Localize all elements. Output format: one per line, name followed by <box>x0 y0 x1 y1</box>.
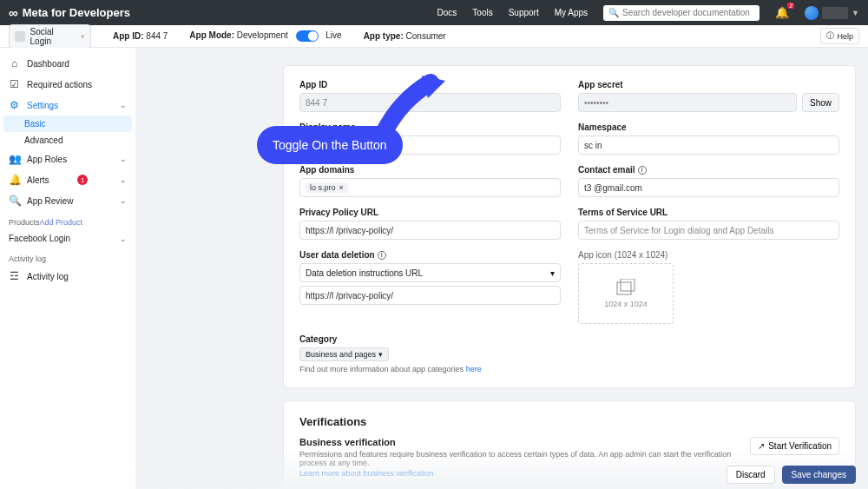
bell-icon: 🔔 <box>9 174 20 186</box>
nav-docs[interactable]: Docs <box>437 8 457 17</box>
help-icon: ⓘ <box>826 30 834 42</box>
chevron-down-icon: ⌄ <box>120 155 127 163</box>
namespace-label: Namespace <box>578 122 839 132</box>
gear-icon: ⚙ <box>9 99 20 111</box>
udd-label: User data deletioni <box>299 250 561 260</box>
search-icon: 🔍 <box>608 8 619 17</box>
search-icon: 🔍 <box>9 195 20 207</box>
svg-rect-1 <box>617 282 631 294</box>
udd-select[interactable]: Data deletion instructions URL▾ <box>299 263 561 282</box>
top-bar: ∞Meta for Developers Docs Tools Support … <box>0 0 868 25</box>
chevron-down-icon: ▾ <box>378 350 383 359</box>
privacy-label: Privacy Policy URL <box>299 208 561 217</box>
nav-support[interactable]: Support <box>509 8 539 17</box>
domains-field[interactable]: lo s.pro× <box>299 178 561 197</box>
search-input[interactable] <box>622 8 753 17</box>
close-icon[interactable]: × <box>339 183 344 192</box>
sidebar-item-activity[interactable]: ☲Activity log <box>0 266 135 287</box>
app-icon <box>15 31 25 42</box>
search-box[interactable]: 🔍 <box>603 5 760 21</box>
contact-field[interactable]: t3 @gmail.com <box>578 178 839 197</box>
domain-tag[interactable]: lo s.pro× <box>306 182 348 193</box>
nav-tools[interactable]: Tools <box>472 8 492 17</box>
start-verification-button[interactable]: ↗Start Verification <box>750 437 839 455</box>
verif-title: Verifications <box>299 415 839 428</box>
verif-link[interactable]: Learn more about business verification <box>299 469 434 478</box>
sidebar-item-review[interactable]: 🔍App Review⌄ <box>0 190 135 211</box>
app-bar: Social Login ▾ App ID: 844 7 App Mode: D… <box>0 25 868 48</box>
sidebar-item-fblogin[interactable]: Facebook Login⌄ <box>0 229 135 248</box>
check-icon: ☑ <box>9 78 20 90</box>
alert-badge: 1 <box>77 175 88 185</box>
icon-upload[interactable]: 1024 x 1024 <box>578 263 674 324</box>
chevron-down-icon: ▼ <box>852 9 859 17</box>
app-selector[interactable]: Social Login ▾ <box>9 24 91 49</box>
users-icon: 👥 <box>9 153 20 165</box>
category-label: Category <box>299 334 839 344</box>
info-icon[interactable]: i <box>378 251 386 260</box>
main-content: Toggle On the Button App ID 844 7 App se… <box>135 48 868 489</box>
list-icon: ☲ <box>9 270 20 282</box>
sidebar-item-alerts[interactable]: 🔔Alerts1⌄ <box>0 169 135 190</box>
brand[interactable]: ∞Meta for Developers <box>9 6 130 19</box>
image-icon <box>615 279 636 296</box>
namespace-field[interactable]: sc in <box>578 135 839 155</box>
account-menu[interactable]: ▼ <box>805 6 859 20</box>
sidebar: ⌂Dashboard ☑Required actions ⚙Settings⌄ … <box>0 48 135 489</box>
meta-icon: ∞ <box>9 6 18 19</box>
products-header: ProductsAdd Product <box>0 211 135 229</box>
sidebar-item-settings[interactable]: ⚙Settings⌄ <box>0 95 135 116</box>
privacy-field[interactable]: https://l /privacy-policy/ <box>299 221 561 240</box>
chevron-down-icon: ⌄ <box>120 235 127 243</box>
chevron-down-icon: ▾ <box>81 32 85 41</box>
mode-toggle[interactable] <box>296 30 319 42</box>
add-product-link[interactable]: Add Product <box>40 218 83 227</box>
category-help-link[interactable]: here <box>466 365 482 373</box>
account-box <box>822 7 848 19</box>
udd-url-field[interactable]: https://l /privacy-policy/ <box>299 286 561 305</box>
category-note: Find out more information about app cate… <box>299 365 839 373</box>
avatar <box>805 6 819 20</box>
app-secret-field: •••••••• <box>578 93 797 112</box>
sidebar-item-roles[interactable]: 👥App Roles⌄ <box>0 149 135 169</box>
chevron-down-icon: ⌄ <box>120 175 127 184</box>
sidebar-item-required[interactable]: ☑Required actions <box>0 74 135 95</box>
chevron-down-icon: ⌄ <box>120 101 127 109</box>
chevron-down-icon: ▾ <box>550 268 555 278</box>
contact-label: Contact emaili <box>578 165 839 175</box>
settings-card: App ID 844 7 App secret •••••••• Show Di… <box>283 65 856 388</box>
tos-label: Terms of Service URL <box>578 208 839 217</box>
nav-myapps[interactable]: My Apps <box>555 8 588 17</box>
launch-icon: ↗ <box>758 441 765 451</box>
sidebar-item-dashboard[interactable]: ⌂Dashboard <box>0 53 135 74</box>
icon-label: App icon (1024 x 1024) <box>578 250 839 260</box>
discard-button[interactable]: Discard <box>727 466 775 484</box>
callout-bubble: Toggle On the Button <box>257 126 403 164</box>
home-icon: ⌂ <box>9 57 20 69</box>
sidebar-sub-basic[interactable]: Basic <box>3 116 132 132</box>
chevron-down-icon: ⌄ <box>120 196 127 205</box>
save-button[interactable]: Save changes <box>782 466 856 484</box>
footer-actions: Discard Save changes <box>727 460 856 489</box>
app-secret-label: App secret <box>578 80 839 89</box>
notif-badge: 2 <box>787 3 794 9</box>
sidebar-sub-advanced[interactable]: Advanced <box>0 132 135 149</box>
show-secret-button[interactable]: Show <box>802 93 839 112</box>
domains-label: App domains <box>299 165 561 175</box>
tos-field[interactable]: Terms of Service for Login dialog and Ap… <box>578 221 839 240</box>
category-select[interactable]: Business and pages▾ <box>299 347 389 361</box>
svg-rect-2 <box>621 279 635 291</box>
info-icon[interactable]: i <box>638 166 647 175</box>
notifications-icon[interactable]: 🔔2 <box>775 6 789 19</box>
activity-header: Activity log <box>0 248 135 266</box>
help-button[interactable]: ⓘHelp <box>820 28 859 44</box>
